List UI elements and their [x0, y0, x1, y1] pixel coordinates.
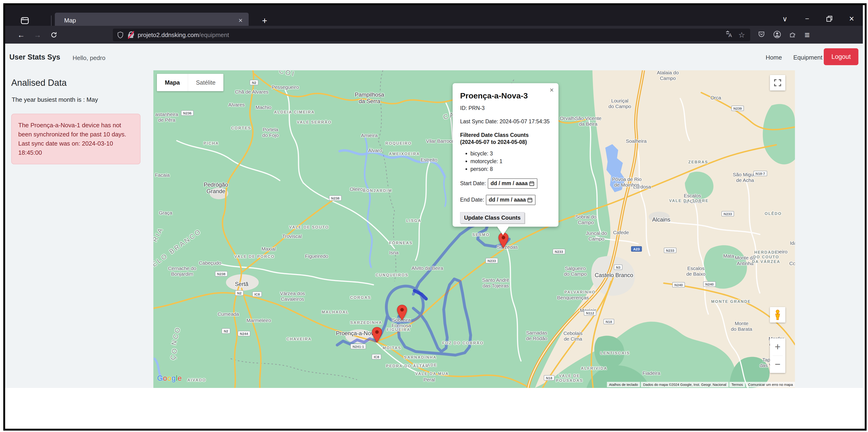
restore-button[interactable] — [821, 12, 838, 25]
popup-tail — [497, 226, 509, 235]
svg-text:A: A — [728, 32, 732, 38]
nav-home-link[interactable]: Home — [766, 54, 782, 61]
tab-title: Map — [64, 17, 238, 24]
forward-button[interactable]: → — [31, 29, 44, 41]
update-class-counts-button[interactable]: Update Class Counts — [460, 212, 525, 223]
close-window-button[interactable]: × — [843, 12, 860, 25]
keyboard-shortcuts-link[interactable]: Atalhos de teclado — [607, 382, 640, 387]
google-map[interactable]: PessegueiroPampilhosa da SerraJaneiro de… — [153, 70, 795, 388]
map-type-map-button[interactable]: Mapa — [157, 74, 188, 91]
calendar-icon[interactable] — [529, 181, 534, 186]
terms-link[interactable]: Termos — [730, 382, 745, 387]
pocket-icon[interactable] — [758, 31, 765, 39]
popup-counts-title: Filtered Date Class Counts — [460, 132, 551, 139]
end-date-label: End Date: — [460, 197, 484, 203]
map-type-satellite-button[interactable]: Satélite — [188, 74, 223, 91]
greeting-text: Hello, pedro — [72, 54, 105, 62]
class-count-item: motorcycle: 1 — [470, 158, 551, 165]
map-type-control: Mapa Satélite — [157, 74, 223, 91]
extensions-icon[interactable] — [789, 31, 797, 39]
reload-icon[interactable] — [47, 29, 60, 41]
popup-close-icon[interactable]: × — [550, 86, 554, 94]
translate-icon[interactable]: A — [725, 30, 734, 39]
map-attribution: Atalhos de tecladoDados do mapa ©2024 Go… — [607, 382, 795, 387]
zoom-out-button[interactable]: − — [770, 356, 785, 373]
minimize-button[interactable]: − — [799, 12, 815, 25]
back-button[interactable]: ← — [14, 29, 28, 41]
tab-separator — [51, 16, 52, 26]
busiest-month-text: The year busiest month is : May — [12, 96, 98, 104]
device-marker-pin[interactable] — [397, 305, 407, 321]
street-view-pegman-button[interactable] — [770, 307, 785, 322]
account-icon[interactable] — [773, 30, 781, 39]
device-info-popup: × Proença-a-Nova-3 ID: PRN-3 Last Sync D… — [453, 83, 558, 227]
start-date-label: Start Date: — [460, 180, 486, 186]
fullscreen-button[interactable] — [770, 75, 785, 90]
zoom-control: + − — [770, 338, 785, 373]
shield-icon[interactable] — [117, 31, 124, 39]
start-date-input[interactable]: dd / mm / aaaa — [488, 178, 537, 189]
class-count-item: bicycle: 3 — [470, 150, 551, 157]
url-text: projeto2.ddnsking.com/equipment — [138, 31, 229, 39]
nav-equipment-link[interactable]: Equipment — [793, 54, 822, 61]
class-counts-list: bicycle: 3motorcycle: 1person: 8 — [463, 150, 551, 172]
tab-close-icon[interactable]: × — [238, 17, 243, 24]
sync-alert: The Proença-a-Nova-1 device has not been… — [11, 114, 141, 164]
logout-button[interactable]: Logout — [824, 48, 859, 65]
firefox-view-icon[interactable] — [19, 15, 31, 27]
url-bar[interactable]: projeto2.ddnsking.com/equipment A ☆ — [113, 29, 750, 41]
page-title: Analised Data — [11, 78, 67, 88]
url-domain: projeto2.ddnsking.com — [138, 31, 199, 38]
class-count-item: person: 8 — [470, 166, 551, 172]
app-brand[interactable]: User Stats Sys — [9, 53, 60, 61]
end-date-input[interactable]: dd / mm / aaaa — [486, 195, 535, 205]
popup-device-id: ID: PRN-3 — [460, 105, 551, 111]
tab-list-chevron-icon[interactable]: ∨ — [776, 12, 793, 25]
calendar-icon[interactable] — [527, 197, 533, 203]
insecure-lock-icon[interactable] — [127, 31, 134, 39]
zoom-in-button[interactable]: + — [770, 338, 785, 355]
new-tab-button[interactable]: + — [258, 15, 271, 27]
device-marker-pin[interactable] — [372, 327, 382, 344]
page-bottom-area — [5, 388, 863, 427]
bookmark-star-icon[interactable]: ☆ — [738, 30, 745, 39]
popup-last-sync: Last Sync Date: 2024-05-07 17:54:35 — [460, 118, 551, 125]
google-logo[interactable]: Google — [157, 374, 182, 382]
report-error-link[interactable]: Comunicar um erro no mapa — [746, 382, 795, 387]
popup-title: Proença-a-Nova-3 — [460, 91, 551, 100]
menu-hamburger-icon[interactable]: ≡ — [805, 30, 810, 40]
browser-titlebar: Map × + ∨ − × — [5, 5, 863, 26]
popup-counts-range: (2024-05-07 to 2024-05-08) — [460, 139, 551, 146]
url-path: /equipment — [199, 31, 229, 38]
map-data-text: Dados do mapa ©2024 Google, Inst. Geogr.… — [641, 382, 728, 387]
